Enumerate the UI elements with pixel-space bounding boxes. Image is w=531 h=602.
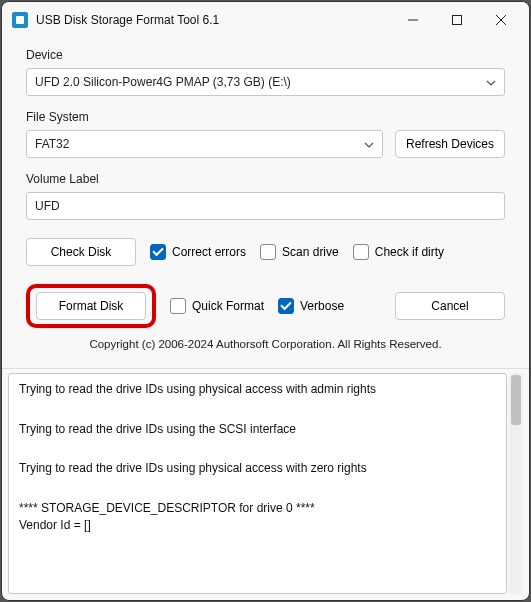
verbose-checkbox[interactable]: Verbose	[278, 298, 344, 314]
refresh-devices-button[interactable]: Refresh Devices	[395, 130, 505, 158]
app-icon	[12, 12, 28, 28]
log-line: Vendor Id = []	[19, 518, 496, 534]
check-if-dirty-checkbox[interactable]: Check if dirty	[353, 244, 444, 260]
log-line: Trying to read the drive IDs using physi…	[19, 461, 496, 477]
log-container: Trying to read the drive IDs using physi…	[2, 368, 529, 600]
chevron-down-icon	[364, 137, 374, 151]
scan-drive-label: Scan drive	[282, 245, 339, 259]
scrollbar-thumb[interactable]	[511, 375, 521, 425]
titlebar: USB Disk Storage Format Tool 6.1	[2, 2, 529, 38]
main-content: Device UFD 2.0 Silicon-Power4G PMAP (3,7…	[2, 38, 529, 368]
scan-drive-checkbox[interactable]: Scan drive	[260, 244, 339, 260]
format-disk-button[interactable]: Format Disk	[36, 292, 146, 320]
quick-format-checkbox[interactable]: Quick Format	[170, 298, 264, 314]
volume-label-text: Volume Label	[26, 172, 505, 186]
filesystem-label: File System	[26, 110, 505, 124]
close-button[interactable]	[479, 5, 523, 35]
verbose-label: Verbose	[300, 299, 344, 313]
log-line: **** STORAGE_DEVICE_DESCRIPTOR for drive…	[19, 501, 496, 517]
log-line: Trying to read the drive IDs using the S…	[19, 422, 496, 438]
device-select[interactable]: UFD 2.0 Silicon-Power4G PMAP (3,73 GB) (…	[26, 68, 505, 96]
checkbox-icon	[260, 244, 276, 260]
maximize-button[interactable]	[435, 5, 479, 35]
quick-format-label: Quick Format	[192, 299, 264, 313]
window-controls	[391, 5, 523, 35]
filesystem-section: File System FAT32 Refresh Devices	[26, 110, 505, 158]
minimize-button[interactable]	[391, 5, 435, 35]
checkbox-icon	[150, 244, 166, 260]
svg-rect-1	[453, 16, 462, 25]
check-row: Check Disk Correct errors Scan drive Che…	[26, 238, 505, 266]
device-label: Device	[26, 48, 505, 62]
window-title: USB Disk Storage Format Tool 6.1	[36, 13, 391, 27]
chevron-down-icon	[486, 75, 496, 89]
checkbox-icon	[170, 298, 186, 314]
volume-section: Volume Label UFD	[26, 172, 505, 220]
log-line: Trying to read the drive IDs using physi…	[19, 382, 496, 398]
volume-label-input[interactable]: UFD	[26, 192, 505, 220]
correct-errors-checkbox[interactable]: Correct errors	[150, 244, 246, 260]
check-disk-button[interactable]: Check Disk	[26, 238, 136, 266]
device-value: UFD 2.0 Silicon-Power4G PMAP (3,73 GB) (…	[35, 75, 291, 89]
device-section: Device UFD 2.0 Silicon-Power4G PMAP (3,7…	[26, 48, 505, 96]
filesystem-select[interactable]: FAT32	[26, 130, 383, 158]
cancel-button[interactable]: Cancel	[395, 292, 505, 320]
log-scrollbar[interactable]	[509, 373, 523, 594]
log-output[interactable]: Trying to read the drive IDs using physi…	[8, 373, 507, 594]
checkbox-icon	[353, 244, 369, 260]
format-row: Format Disk Quick Format Verbose Cancel	[26, 284, 505, 328]
check-if-dirty-label: Check if dirty	[375, 245, 444, 259]
volume-value: UFD	[35, 199, 60, 213]
app-window: USB Disk Storage Format Tool 6.1 Device …	[1, 1, 530, 601]
filesystem-value: FAT32	[35, 137, 69, 151]
checkbox-icon	[278, 298, 294, 314]
format-disk-highlight: Format Disk	[26, 284, 156, 328]
copyright-text: Copyright (c) 2006-2024 Authorsoft Corpo…	[26, 328, 505, 360]
correct-errors-label: Correct errors	[172, 245, 246, 259]
